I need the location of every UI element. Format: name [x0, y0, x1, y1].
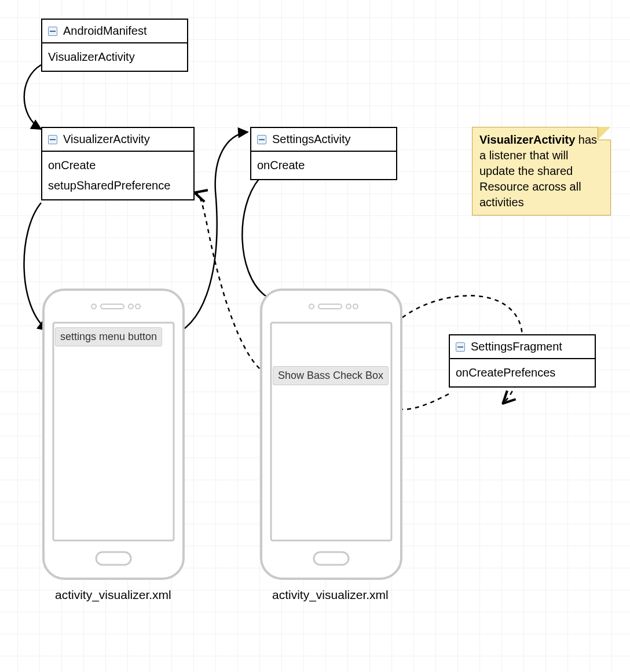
collapse-icon[interactable]: [456, 342, 465, 352]
note-text: VisualizerActivity has a listener that w…: [479, 133, 597, 209]
svg-rect-1: [53, 323, 174, 540]
uml-title: AndroidManifest: [63, 24, 147, 38]
svg-rect-8: [271, 323, 391, 540]
settings-menu-button[interactable]: settings menu button: [55, 327, 162, 346]
uml-settingsfragment[interactable]: SettingsFragment onCreatePrefences: [449, 334, 596, 388]
uml-title: SettingsActivity: [272, 133, 351, 146]
uml-visualizeractivity[interactable]: VisualizerActivity onCreate setupSharedP…: [41, 127, 195, 200]
collapse-icon[interactable]: [48, 27, 57, 36]
sticky-note[interactable]: VisualizerActivity has a listener that w…: [472, 127, 611, 216]
uml-androidmanifest[interactable]: AndroidManifest VisualizerActivity: [41, 19, 188, 72]
phone-caption-left: activity_visualizer.xml: [55, 588, 171, 602]
note-fold-icon: [598, 127, 611, 140]
uml-row: onCreatePrefences: [456, 363, 589, 383]
phone-mock-right[interactable]: Show Bass Check Box: [259, 288, 403, 580]
collapse-icon[interactable]: [48, 135, 57, 144]
uml-title: SettingsFragment: [471, 340, 562, 353]
uml-row: setupSharedPreference: [48, 176, 188, 196]
uml-row: onCreate: [48, 155, 188, 176]
uml-row: onCreate: [257, 155, 390, 176]
collapse-icon[interactable]: [257, 135, 266, 144]
uml-settingsactivity[interactable]: SettingsActivity onCreate: [250, 127, 397, 180]
phone-caption-right: activity_visualizer.xml: [272, 588, 389, 602]
uml-row: VisualizerActivity: [48, 47, 181, 67]
show-bass-checkbox[interactable]: Show Bass Check Box: [273, 366, 389, 385]
phone-mock-left[interactable]: settings menu button: [42, 288, 185, 580]
uml-title: VisualizerActivity: [63, 133, 150, 146]
